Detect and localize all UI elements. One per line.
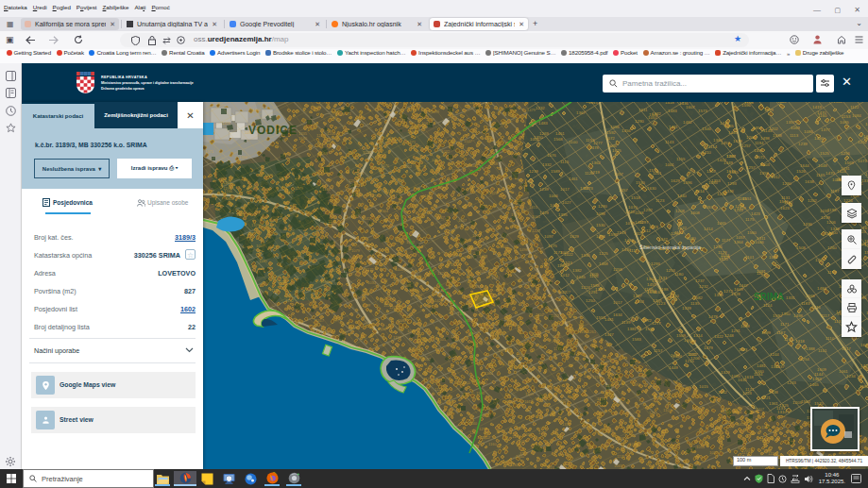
svg-text:1568: 1568	[553, 137, 563, 142]
svg-text:1290: 1290	[598, 204, 607, 209]
svg-text:1470: 1470	[381, 163, 390, 168]
svg-text:1143: 1143	[665, 140, 674, 144]
svg-text:1155: 1155	[676, 157, 686, 161]
svg-text:1478: 1478	[589, 145, 599, 150]
svg-text:1153: 1153	[223, 180, 231, 185]
svg-text:1197: 1197	[830, 189, 840, 194]
svg-text:1084: 1084	[852, 113, 861, 118]
svg-text:1466: 1466	[624, 238, 634, 243]
svg-text:1328: 1328	[731, 292, 740, 296]
svg-text:1165: 1165	[816, 173, 825, 177]
svg-text:1033: 1033	[367, 280, 377, 285]
svg-text:1321: 1321	[352, 193, 362, 197]
svg-text:1445: 1445	[728, 130, 738, 135]
svg-text:1206: 1206	[562, 320, 571, 325]
svg-text:1493: 1493	[432, 158, 441, 162]
svg-text:1388: 1388	[806, 346, 815, 351]
svg-text:1361: 1361	[424, 194, 434, 198]
svg-text:1203: 1203	[792, 400, 802, 405]
svg-text:1336: 1336	[581, 253, 590, 258]
svg-text:1465: 1465	[717, 221, 726, 226]
svg-text:1416: 1416	[349, 325, 358, 329]
svg-text:1086: 1086	[804, 129, 813, 134]
svg-text:1194: 1194	[754, 372, 763, 377]
svg-text:1073: 1073	[596, 234, 605, 239]
svg-text:1527: 1527	[308, 197, 317, 202]
svg-text:1325: 1325	[634, 231, 643, 236]
svg-text:1312: 1312	[226, 196, 235, 201]
svg-text:1508: 1508	[796, 245, 806, 250]
svg-text:1075: 1075	[548, 244, 557, 248]
svg-text:1332: 1332	[542, 162, 552, 167]
svg-text:1560: 1560	[747, 230, 757, 235]
svg-text:1438: 1438	[769, 390, 778, 395]
svg-text:1494: 1494	[814, 136, 824, 141]
svg-text:1309: 1309	[525, 392, 535, 396]
svg-text:1269: 1269	[539, 131, 549, 136]
svg-text:1011: 1011	[769, 255, 778, 260]
svg-text:1451: 1451	[469, 102, 479, 105]
svg-text:1338: 1338	[773, 133, 782, 138]
svg-text:1206: 1206	[746, 135, 756, 140]
svg-text:1152: 1152	[536, 312, 544, 317]
svg-text:1251: 1251	[479, 427, 488, 431]
svg-text:1583: 1583	[632, 337, 641, 342]
svg-text:1254: 1254	[800, 357, 809, 362]
svg-text:1224: 1224	[581, 285, 590, 290]
svg-text:1022: 1022	[564, 252, 573, 257]
svg-text:1419: 1419	[812, 105, 822, 109]
svg-text:1166: 1166	[579, 329, 587, 334]
svg-text:1146: 1146	[605, 429, 614, 433]
svg-text:1371: 1371	[205, 149, 214, 154]
svg-text:1183: 1183	[801, 301, 810, 306]
svg-text:1101: 1101	[745, 255, 755, 260]
svg-text:1068: 1068	[319, 151, 329, 156]
svg-text:1273: 1273	[584, 186, 593, 191]
svg-text:1135: 1135	[690, 301, 700, 306]
svg-text:1175: 1175	[745, 217, 755, 222]
svg-text:1175: 1175	[366, 267, 374, 272]
svg-text:1453: 1453	[721, 141, 730, 145]
svg-text:1101: 1101	[818, 348, 827, 353]
svg-text:1381: 1381	[627, 327, 637, 331]
svg-text:1052: 1052	[472, 233, 482, 238]
svg-text:1185: 1185	[644, 287, 654, 292]
svg-text:1614: 1614	[695, 189, 705, 194]
svg-text:1290: 1290	[782, 181, 791, 186]
svg-text:1364: 1364	[771, 364, 780, 369]
svg-text:1453: 1453	[759, 437, 769, 442]
svg-text:1023: 1023	[560, 398, 570, 403]
svg-text:1315: 1315	[529, 205, 538, 210]
svg-text:1382: 1382	[572, 268, 582, 273]
svg-text:1519: 1519	[617, 230, 626, 235]
svg-text:1456: 1456	[621, 128, 631, 133]
svg-text:1465: 1465	[724, 124, 734, 128]
svg-text:1131: 1131	[781, 195, 791, 200]
svg-text:1429: 1429	[539, 210, 549, 215]
svg-text:1012: 1012	[551, 313, 560, 318]
svg-text:1052: 1052	[709, 450, 719, 455]
svg-text:1044: 1044	[421, 121, 431, 126]
svg-text:1085: 1085	[731, 374, 740, 379]
svg-text:1072: 1072	[756, 155, 765, 160]
svg-text:1110: 1110	[825, 336, 835, 341]
svg-text:1153: 1153	[842, 114, 851, 119]
svg-text:1113: 1113	[739, 347, 748, 352]
svg-text:1426: 1426	[434, 298, 444, 303]
svg-text:1257: 1257	[741, 143, 751, 148]
svg-text:1010: 1010	[467, 163, 476, 168]
svg-text:1244: 1244	[770, 352, 779, 357]
svg-text:1017: 1017	[560, 187, 570, 192]
svg-text:1347: 1347	[604, 332, 614, 337]
svg-text:1239: 1239	[529, 169, 538, 174]
svg-text:1255: 1255	[516, 426, 525, 430]
svg-text:1147: 1147	[464, 139, 472, 143]
svg-text:1429: 1429	[860, 363, 868, 368]
svg-text:1206: 1206	[826, 220, 836, 225]
svg-text:1632: 1632	[862, 226, 868, 230]
svg-text:1539: 1539	[362, 303, 371, 308]
svg-text:1635: 1635	[377, 154, 386, 159]
svg-text:1599: 1599	[431, 109, 440, 114]
svg-text:1252: 1252	[858, 140, 867, 144]
svg-text:1040: 1040	[468, 421, 478, 426]
